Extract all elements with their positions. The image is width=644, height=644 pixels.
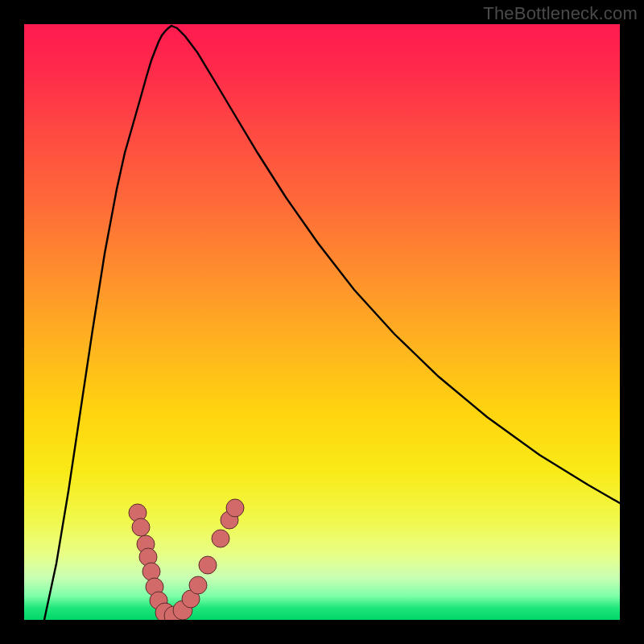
chart-frame: TheBottleneck.com bbox=[0, 0, 644, 644]
plot-area bbox=[24, 24, 620, 620]
data-marker bbox=[199, 556, 217, 574]
data-marker bbox=[132, 518, 150, 536]
data-marker bbox=[212, 530, 229, 547]
data-marker bbox=[226, 499, 244, 517]
data-marker bbox=[142, 563, 160, 580]
marker-layer bbox=[24, 24, 620, 620]
data-marker bbox=[189, 576, 207, 594]
watermark-text: TheBottleneck.com bbox=[483, 3, 638, 24]
